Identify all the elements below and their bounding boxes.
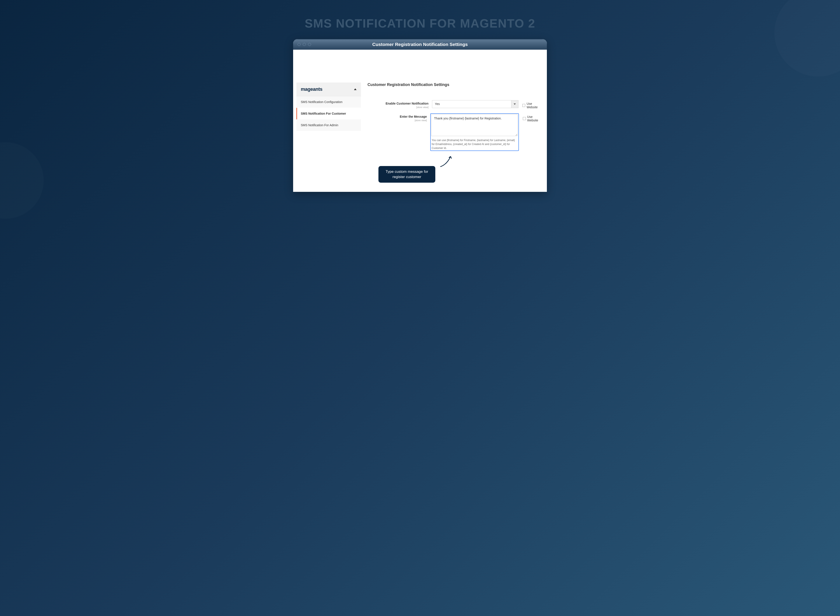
- settings-form: Customer Registration Notification Setti…: [368, 82, 544, 155]
- message-scope: [store view]: [368, 119, 427, 122]
- section-heading: Customer Registration Notification Setti…: [368, 82, 544, 87]
- use-website-label: Use Website: [526, 102, 544, 109]
- sidebar-item-admin[interactable]: SMS Notification For Admin: [296, 119, 361, 131]
- callout-arrow-icon: [437, 155, 454, 168]
- hero-title: SMS NOTIFICATION FOR MAGENTO 2: [0, 0, 840, 39]
- close-icon[interactable]: [298, 43, 301, 46]
- select-arrow: [511, 100, 518, 108]
- traffic-lights: [298, 43, 311, 46]
- sidebar-item-config[interactable]: SMS Notification Configuration: [296, 96, 361, 108]
- message-use-website[interactable]: Use Website: [519, 113, 544, 122]
- enable-scope: [store view]: [368, 106, 428, 109]
- sidebar: mageants SMS Notification Configuration …: [296, 82, 361, 155]
- enable-label: Enable Customer Notification: [386, 102, 428, 105]
- message-help: You can use {firstname} for Firstname, {…: [431, 138, 516, 150]
- message-highlight: You can use {firstname} for Firstname, {…: [430, 113, 519, 151]
- chevron-up-icon: [354, 88, 356, 90]
- enable-select-value: Yes: [432, 100, 511, 108]
- brand-logo: mageants: [301, 87, 323, 92]
- checkbox-icon: [522, 104, 525, 107]
- message-textarea[interactable]: [431, 114, 517, 136]
- browser-header: Customer Registration Notification Setti…: [293, 39, 547, 50]
- minimize-icon[interactable]: [303, 43, 306, 46]
- callout-box: Type custom message for register custome…: [378, 166, 435, 183]
- enable-select[interactable]: Yes: [432, 100, 519, 108]
- content-area: mageants SMS Notification Configuration …: [293, 50, 547, 192]
- field-message: Enter the Message [store view] You can u…: [368, 113, 544, 151]
- checkbox-icon: [523, 117, 526, 120]
- use-website-label: Use Website: [527, 115, 544, 122]
- callout: Type custom message for register custome…: [378, 166, 435, 183]
- message-label: Enter the Message: [400, 115, 427, 118]
- chevron-down-icon: [514, 103, 516, 105]
- maximize-icon[interactable]: [308, 43, 311, 46]
- window-title: Customer Registration Notification Setti…: [372, 42, 468, 47]
- sidebar-header[interactable]: mageants: [296, 82, 361, 96]
- browser-window: Customer Registration Notification Setti…: [293, 39, 547, 192]
- field-enable-notification: Enable Customer Notification [store view…: [368, 100, 544, 109]
- bg-decoration: [0, 142, 44, 219]
- enable-use-website[interactable]: Use Website: [519, 100, 544, 109]
- bg-decoration: [774, 0, 840, 76]
- sidebar-item-customer[interactable]: SMS Notification For Customer: [296, 108, 361, 119]
